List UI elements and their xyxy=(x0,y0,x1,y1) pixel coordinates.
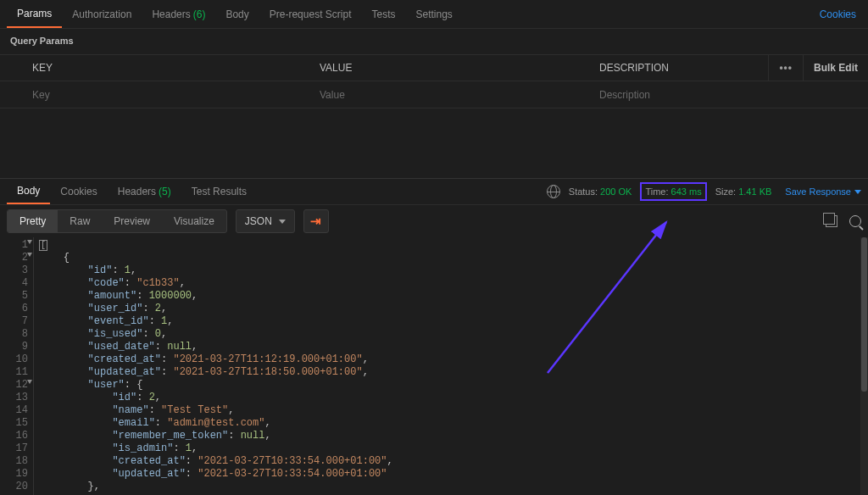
response-tab-headers-label: Headers xyxy=(118,186,156,197)
col-header-value: VALUE xyxy=(308,62,587,74)
bulk-edit-button[interactable]: Bulk Edit xyxy=(803,54,868,81)
wrap-icon: ⇥ xyxy=(310,214,321,229)
formatter-bar: Pretty Raw Preview Visualize JSON ⇥ xyxy=(0,205,868,237)
chevron-down-icon xyxy=(279,220,286,224)
response-tab-testresults[interactable]: Test Results xyxy=(181,179,257,204)
line-wrap-button[interactable]: ⇥ xyxy=(303,209,329,233)
size-value: 1.41 KB xyxy=(738,186,771,197)
tab-params[interactable]: Params xyxy=(7,0,62,28)
response-meta: Status: 200 OK Time: 643 ms Size: 1.41 K… xyxy=(547,182,861,201)
code-area[interactable]: [ { "id": 1, "code": "c1b33", "amount": … xyxy=(34,237,868,495)
time-highlight-box: Time: 643 ms xyxy=(640,182,706,201)
view-raw-button[interactable]: Raw xyxy=(58,210,102,232)
time-value: 643 ms xyxy=(671,186,702,197)
value-input[interactable]: Value xyxy=(308,89,587,101)
size-label: Size: 1.41 KB xyxy=(715,186,772,197)
response-body-viewer[interactable]: 1234567891011121314151617181920 [ { "id"… xyxy=(0,237,868,495)
response-tab-headers[interactable]: Headers (5) xyxy=(108,179,181,204)
response-tabs: Body Cookies Headers (5) Test Results St… xyxy=(0,178,868,205)
status-label: Status: 200 OK xyxy=(569,186,632,197)
tab-settings[interactable]: Settings xyxy=(406,0,463,28)
view-mode-group: Pretty Raw Preview Visualize xyxy=(7,209,227,233)
status-value: 200 OK xyxy=(600,186,632,197)
cookies-link[interactable]: Cookies xyxy=(820,8,861,20)
query-params-label: Query Params xyxy=(0,29,868,54)
response-tab-body[interactable]: Body xyxy=(7,179,50,204)
tab-headers[interactable]: Headers (6) xyxy=(142,0,215,28)
col-header-key: KEY xyxy=(0,62,308,74)
request-section: Params Authorization Headers (6) Body Pr… xyxy=(0,0,868,178)
scrollbar[interactable] xyxy=(860,237,868,495)
view-preview-button[interactable]: Preview xyxy=(102,210,162,232)
tab-prerequest[interactable]: Pre-request Script xyxy=(259,0,362,28)
headers-count-badge: (6) xyxy=(193,8,206,20)
view-pretty-button[interactable]: Pretty xyxy=(8,210,58,232)
tab-authorization[interactable]: Authorization xyxy=(62,0,142,28)
globe-icon[interactable] xyxy=(547,185,560,198)
response-headers-count-badge: (5) xyxy=(159,186,171,197)
chevron-down-icon xyxy=(854,190,861,194)
save-response-button[interactable]: Save Response xyxy=(780,186,861,197)
line-number-gutter: 1234567891011121314151617181920 xyxy=(0,237,34,495)
tab-tests[interactable]: Tests xyxy=(361,0,405,28)
response-tab-cookies[interactable]: Cookies xyxy=(50,179,107,204)
tab-headers-label: Headers xyxy=(152,8,190,20)
tab-body[interactable]: Body xyxy=(215,0,259,28)
columns-more-button[interactable]: ••• xyxy=(768,54,803,81)
query-params-header: KEY VALUE DESCRIPTION ••• Bulk Edit xyxy=(0,54,868,81)
description-input[interactable]: Description xyxy=(587,89,868,101)
scroll-thumb[interactable] xyxy=(861,237,867,392)
copy-icon[interactable] xyxy=(826,215,837,227)
language-dropdown[interactable]: JSON xyxy=(236,209,295,233)
search-icon[interactable] xyxy=(849,215,861,227)
query-params-row[interactable]: Key Value Description xyxy=(0,81,868,108)
request-tabs: Params Authorization Headers (6) Body Pr… xyxy=(0,0,868,29)
view-visualize-button[interactable]: Visualize xyxy=(162,210,226,232)
key-input[interactable]: Key xyxy=(0,89,308,101)
